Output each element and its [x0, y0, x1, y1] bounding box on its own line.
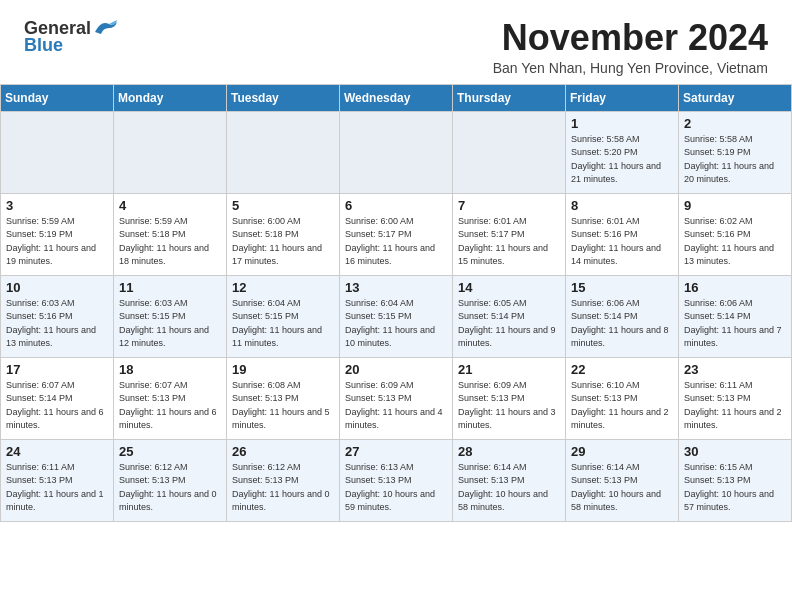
calendar-day-cell: 8Sunrise: 6:01 AMSunset: 5:16 PMDaylight… — [566, 193, 679, 275]
day-number: 4 — [119, 198, 221, 213]
logo-bird-icon — [93, 18, 119, 38]
sunrise-label: Sunrise: 6:14 AM — [458, 462, 527, 472]
sunrise-label: Sunrise: 5:58 AM — [571, 134, 640, 144]
sunrise-label: Sunrise: 6:07 AM — [119, 380, 188, 390]
day-info: Sunrise: 6:09 AMSunset: 5:13 PMDaylight:… — [458, 379, 560, 433]
day-info: Sunrise: 6:04 AMSunset: 5:15 PMDaylight:… — [345, 297, 447, 351]
day-number: 28 — [458, 444, 560, 459]
daylight-label: Daylight: 11 hours and 1 minute. — [6, 489, 104, 513]
sunrise-label: Sunrise: 5:59 AM — [6, 216, 75, 226]
calendar-day-cell: 27Sunrise: 6:13 AMSunset: 5:13 PMDayligh… — [340, 439, 453, 521]
day-number: 11 — [119, 280, 221, 295]
sunrise-label: Sunrise: 5:59 AM — [119, 216, 188, 226]
location: Ban Yen Nhan, Hung Yen Province, Vietnam — [493, 60, 768, 76]
daylight-label: Daylight: 11 hours and 14 minutes. — [571, 243, 661, 267]
daylight-label: Daylight: 10 hours and 59 minutes. — [345, 489, 435, 513]
page-header: General Blue November 2024 Ban Yen Nhan,… — [0, 0, 792, 84]
daylight-label: Daylight: 11 hours and 2 minutes. — [684, 407, 782, 431]
calendar-week-row: 3Sunrise: 5:59 AMSunset: 5:19 PMDaylight… — [1, 193, 792, 275]
day-number: 18 — [119, 362, 221, 377]
sunset-label: Sunset: 5:14 PM — [6, 393, 73, 403]
weekday-header-wednesday: Wednesday — [340, 84, 453, 111]
daylight-label: Daylight: 11 hours and 6 minutes. — [6, 407, 104, 431]
calendar-day-cell: 24Sunrise: 6:11 AMSunset: 5:13 PMDayligh… — [1, 439, 114, 521]
sunrise-label: Sunrise: 6:05 AM — [458, 298, 527, 308]
weekday-header-sunday: Sunday — [1, 84, 114, 111]
day-info: Sunrise: 6:06 AMSunset: 5:14 PMDaylight:… — [684, 297, 786, 351]
sunrise-label: Sunrise: 6:12 AM — [119, 462, 188, 472]
calendar-day-cell: 21Sunrise: 6:09 AMSunset: 5:13 PMDayligh… — [453, 357, 566, 439]
calendar-week-row: 17Sunrise: 6:07 AMSunset: 5:14 PMDayligh… — [1, 357, 792, 439]
day-info: Sunrise: 6:15 AMSunset: 5:13 PMDaylight:… — [684, 461, 786, 515]
daylight-label: Daylight: 11 hours and 15 minutes. — [458, 243, 548, 267]
calendar-week-row: 24Sunrise: 6:11 AMSunset: 5:13 PMDayligh… — [1, 439, 792, 521]
calendar-day-cell: 13Sunrise: 6:04 AMSunset: 5:15 PMDayligh… — [340, 275, 453, 357]
sunrise-label: Sunrise: 6:00 AM — [345, 216, 414, 226]
calendar-day-cell — [453, 111, 566, 193]
calendar-day-cell: 3Sunrise: 5:59 AMSunset: 5:19 PMDaylight… — [1, 193, 114, 275]
calendar-day-cell: 2Sunrise: 5:58 AMSunset: 5:19 PMDaylight… — [679, 111, 792, 193]
sunset-label: Sunset: 5:20 PM — [571, 147, 638, 157]
logo: General Blue — [24, 18, 119, 56]
day-number: 2 — [684, 116, 786, 131]
daylight-label: Daylight: 11 hours and 17 minutes. — [232, 243, 322, 267]
weekday-header-row: SundayMondayTuesdayWednesdayThursdayFrid… — [1, 84, 792, 111]
sunrise-label: Sunrise: 6:02 AM — [684, 216, 753, 226]
sunrise-label: Sunrise: 6:04 AM — [232, 298, 301, 308]
day-number: 8 — [571, 198, 673, 213]
day-number: 16 — [684, 280, 786, 295]
day-info: Sunrise: 6:03 AMSunset: 5:15 PMDaylight:… — [119, 297, 221, 351]
daylight-label: Daylight: 11 hours and 13 minutes. — [6, 325, 96, 349]
calendar-day-cell: 12Sunrise: 6:04 AMSunset: 5:15 PMDayligh… — [227, 275, 340, 357]
sunrise-label: Sunrise: 6:10 AM — [571, 380, 640, 390]
calendar-day-cell: 19Sunrise: 6:08 AMSunset: 5:13 PMDayligh… — [227, 357, 340, 439]
day-info: Sunrise: 6:11 AMSunset: 5:13 PMDaylight:… — [6, 461, 108, 515]
sunrise-label: Sunrise: 6:03 AM — [119, 298, 188, 308]
month-title: November 2024 — [493, 18, 768, 58]
calendar-day-cell: 14Sunrise: 6:05 AMSunset: 5:14 PMDayligh… — [453, 275, 566, 357]
day-info: Sunrise: 6:08 AMSunset: 5:13 PMDaylight:… — [232, 379, 334, 433]
calendar-day-cell: 30Sunrise: 6:15 AMSunset: 5:13 PMDayligh… — [679, 439, 792, 521]
sunset-label: Sunset: 5:13 PM — [571, 393, 638, 403]
calendar-day-cell: 1Sunrise: 5:58 AMSunset: 5:20 PMDaylight… — [566, 111, 679, 193]
daylight-label: Daylight: 11 hours and 0 minutes. — [232, 489, 330, 513]
daylight-label: Daylight: 11 hours and 8 minutes. — [571, 325, 669, 349]
daylight-label: Daylight: 11 hours and 9 minutes. — [458, 325, 556, 349]
day-number: 30 — [684, 444, 786, 459]
day-number: 17 — [6, 362, 108, 377]
sunset-label: Sunset: 5:13 PM — [232, 393, 299, 403]
day-number: 6 — [345, 198, 447, 213]
sunrise-label: Sunrise: 6:01 AM — [571, 216, 640, 226]
sunset-label: Sunset: 5:19 PM — [684, 147, 751, 157]
title-area: November 2024 Ban Yen Nhan, Hung Yen Pro… — [493, 18, 768, 76]
calendar-day-cell — [1, 111, 114, 193]
calendar-day-cell: 5Sunrise: 6:00 AMSunset: 5:18 PMDaylight… — [227, 193, 340, 275]
day-number: 26 — [232, 444, 334, 459]
calendar-day-cell — [340, 111, 453, 193]
day-number: 19 — [232, 362, 334, 377]
calendar-day-cell — [114, 111, 227, 193]
sunrise-label: Sunrise: 6:08 AM — [232, 380, 301, 390]
day-number: 23 — [684, 362, 786, 377]
calendar-day-cell: 17Sunrise: 6:07 AMSunset: 5:14 PMDayligh… — [1, 357, 114, 439]
day-number: 27 — [345, 444, 447, 459]
sunrise-label: Sunrise: 6:06 AM — [571, 298, 640, 308]
day-number: 29 — [571, 444, 673, 459]
day-info: Sunrise: 6:01 AMSunset: 5:16 PMDaylight:… — [571, 215, 673, 269]
day-info: Sunrise: 6:14 AMSunset: 5:13 PMDaylight:… — [458, 461, 560, 515]
daylight-label: Daylight: 11 hours and 16 minutes. — [345, 243, 435, 267]
day-info: Sunrise: 6:12 AMSunset: 5:13 PMDaylight:… — [232, 461, 334, 515]
sunrise-label: Sunrise: 6:15 AM — [684, 462, 753, 472]
daylight-label: Daylight: 11 hours and 5 minutes. — [232, 407, 330, 431]
logo-blue: Blue — [24, 35, 63, 56]
day-number: 20 — [345, 362, 447, 377]
sunset-label: Sunset: 5:17 PM — [458, 229, 525, 239]
day-info: Sunrise: 6:00 AMSunset: 5:18 PMDaylight:… — [232, 215, 334, 269]
sunrise-label: Sunrise: 6:03 AM — [6, 298, 75, 308]
daylight-label: Daylight: 11 hours and 3 minutes. — [458, 407, 556, 431]
sunrise-label: Sunrise: 6:14 AM — [571, 462, 640, 472]
calendar-day-cell: 10Sunrise: 6:03 AMSunset: 5:16 PMDayligh… — [1, 275, 114, 357]
calendar-day-cell: 22Sunrise: 6:10 AMSunset: 5:13 PMDayligh… — [566, 357, 679, 439]
day-info: Sunrise: 6:07 AMSunset: 5:14 PMDaylight:… — [6, 379, 108, 433]
weekday-header-monday: Monday — [114, 84, 227, 111]
